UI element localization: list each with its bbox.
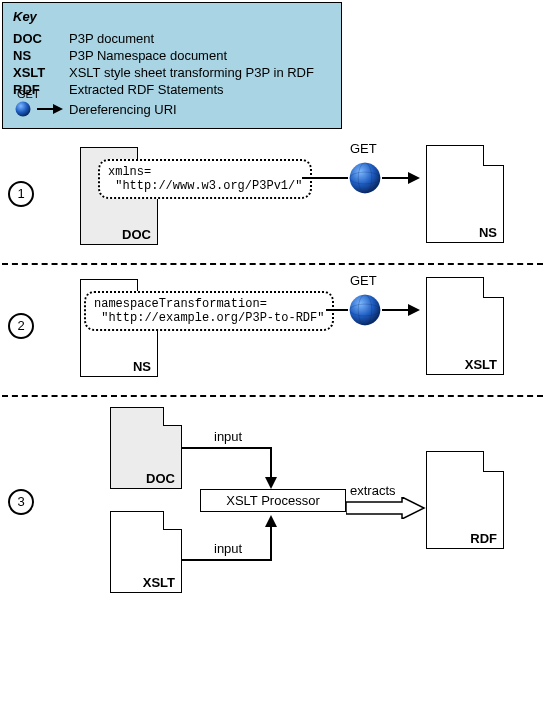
get-label: GET [350,141,377,156]
file-label: XSLT [143,575,175,590]
step-3: 3 DOC input XSLT Processor XSLT input ex… [2,401,543,601]
key-desc: Dereferencing URI [69,98,314,120]
svg-point-3 [350,163,381,194]
connector-line [326,309,348,311]
get-label: GET [350,273,377,288]
key-term: DOC [13,30,69,47]
file-label: NS [479,225,497,240]
connector-line [302,177,348,179]
key-desc: P3P Namespace document [69,47,314,64]
connector-line [182,559,272,561]
file-xslt: XSLT [110,511,182,593]
arrow-icon [265,515,277,527]
extracts-label: extracts [350,483,396,498]
svg-point-0 [16,102,31,117]
step-number: 2 [8,313,34,339]
key-term: NS [13,47,69,64]
file-label: RDF [470,531,497,546]
code-snippet: namespaceTransformation= "http://example… [84,291,334,331]
hollow-arrow-icon [346,497,426,519]
step-1: 1 DOC xmlns= "http://www.w3.org/P3Pv1/" … [2,137,543,257]
arrow-icon [408,304,420,316]
step-2: 2 NS namespaceTransformation= "http://ex… [2,269,543,389]
svg-marker-9 [346,497,424,519]
arrow-icon [37,99,63,119]
file-label: XSLT [465,357,497,372]
key-desc: P3P document [69,30,314,47]
arrow-icon [265,477,277,489]
step-number: 3 [8,489,34,515]
input-label: input [214,429,242,444]
connector-line [382,309,410,311]
key-desc: Extracted RDF Statements [69,81,314,98]
key-table: DOCP3P document NSP3P Namespace document… [13,30,314,120]
connector-line [270,447,272,479]
processor-box: XSLT Processor [200,489,346,512]
key-desc: XSLT style sheet transforming P3P in RDF [69,64,314,81]
file-ns: NS [426,145,504,243]
key-box: Key DOCP3P document NSP3P Namespace docu… [2,2,342,129]
connector-line [270,525,272,561]
key-get-label: GET [17,88,40,100]
code-snippet: xmlns= "http://www.w3.org/P3Pv1/" [98,159,312,199]
file-label: NS [133,359,151,374]
key-title: Key [13,9,331,24]
connector-line [182,447,272,449]
file-label: DOC [122,227,151,242]
divider [2,263,543,265]
divider [2,395,543,397]
svg-point-6 [350,295,381,326]
globe-icon [348,293,382,327]
file-rdf: RDF [426,451,504,549]
input-label: input [214,541,242,556]
globe-icon [348,161,382,195]
key-term: XSLT [13,64,69,81]
step-number: 1 [8,181,34,207]
globe-icon [13,99,33,119]
file-doc: DOC [110,407,182,489]
arrow-icon [408,172,420,184]
file-label: DOC [146,471,175,486]
file-xslt: XSLT [426,277,504,375]
svg-marker-2 [53,104,63,114]
connector-line [382,177,410,179]
